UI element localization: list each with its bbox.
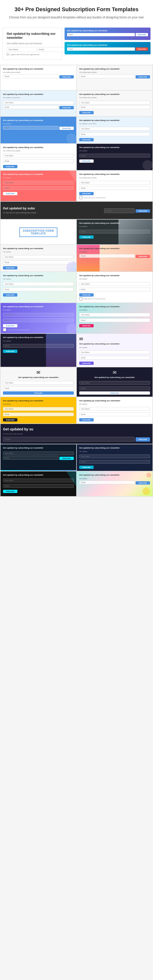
tc25-name[interactable] [79, 407, 150, 411]
tc14-heading: Get updated by subscribing our newslette… [3, 247, 74, 250]
tc7-name[interactable] [3, 154, 74, 158]
tc24-email[interactable] [3, 412, 74, 416]
tc3-email[interactable] [3, 105, 59, 109]
tc16-subscribe-btn[interactable]: Subscribe [3, 293, 18, 296]
tc15-subscribe-btn[interactable]: Subscribe [135, 255, 150, 258]
tc18-email[interactable] [3, 318, 74, 322]
tc26-subscribe-btn[interactable]: Subscribe [135, 438, 150, 442]
tc5-subscribe-btn[interactable]: Subscribe [59, 127, 74, 130]
tc3-subscribe-btn[interactable]: Subscribe [59, 106, 74, 109]
tc17-name[interactable] [79, 282, 150, 286]
tc4-subscribe-btn[interactable]: Subscribe [79, 111, 94, 114]
tc6-email[interactable] [79, 132, 150, 136]
tc23-heading: Get updated by subscribing our newslette… [79, 376, 150, 379]
tc29-email[interactable] [3, 484, 74, 488]
tc17-email[interactable] [79, 288, 150, 291]
tc25-subscribe-btn[interactable]: Subscribe [79, 418, 94, 422]
tc18-agree-checkbox[interactable] [3, 328, 6, 331]
mini-email-1[interactable] [67, 33, 135, 36]
tc17-agree-checkbox[interactable] [79, 297, 83, 301]
tc6-name[interactable] [79, 127, 150, 130]
tc27-email[interactable] [3, 456, 59, 460]
tc1-email[interactable] [3, 75, 59, 78]
tc22-heading: Get updated by subscribing our newslette… [3, 376, 74, 379]
tc9-email[interactable] [3, 186, 74, 190]
tc22-name[interactable] [3, 381, 74, 385]
template-card-2: Get updated by subscribing our newslette… [77, 65, 153, 90]
mini-subscribe-btn-2[interactable]: Subscribe [135, 48, 148, 51]
tc20-subscribe-btn[interactable]: Subscribe [3, 350, 18, 353]
tc27-name[interactable] [3, 452, 74, 455]
tc18-name[interactable] [3, 313, 74, 317]
tc16-email[interactable] [3, 288, 74, 291]
tc9-body: Get updates [3, 177, 74, 179]
tc6-subscribe-btn[interactable]: Subscribe [79, 138, 94, 141]
tc10-name[interactable] [79, 181, 150, 185]
tc23-email[interactable] [79, 387, 150, 390]
tc21-subscribe-btn[interactable]: Subscribe [79, 361, 94, 365]
tc10-subscribe-btn[interactable]: Subscribe [79, 192, 94, 195]
tc26-email[interactable] [3, 437, 135, 442]
tc19-email[interactable] [79, 318, 150, 322]
tc14-name[interactable] [3, 255, 74, 259]
tc2-body: Get notified about updates [79, 71, 150, 73]
tc7-email[interactable] [3, 159, 74, 163]
tc5-email[interactable] [3, 126, 59, 130]
tc16-body: Get updates [3, 278, 74, 280]
tc19-subscribe-btn[interactable]: Subscribe [79, 324, 94, 327]
tc20-email[interactable] [3, 344, 74, 348]
tc21-name[interactable] [79, 350, 150, 354]
tc3-name[interactable] [3, 101, 74, 105]
tc28-email[interactable] [79, 460, 150, 464]
tc16-name[interactable] [3, 282, 74, 286]
tc23-subscribe-btn[interactable]: Subscribe [79, 391, 150, 395]
tc10-agree-checkbox[interactable] [79, 196, 83, 199]
tc14-email[interactable] [3, 261, 74, 264]
tc8-email[interactable] [79, 154, 150, 158]
hero-checkbox-row: I agree with terms and agreement [7, 53, 58, 56]
tc22-subscribe-btn[interactable]: Subscribe [3, 391, 74, 395]
tc14-subscribe-btn[interactable]: Subscribe [3, 266, 18, 269]
tc11-email[interactable] [104, 208, 135, 213]
tc4-name[interactable] [79, 101, 150, 105]
tc19-name[interactable] [79, 313, 150, 317]
tc28-name[interactable] [79, 455, 150, 458]
tc28-subscribe-btn[interactable]: Subscribe [79, 466, 94, 469]
tc23-name[interactable] [79, 381, 150, 385]
tc10-email[interactable] [79, 186, 150, 190]
tc9-name[interactable] [3, 181, 74, 185]
mini-email-2[interactable] [67, 48, 135, 51]
tc9-heading: Get updated by subscribing our newslette… [3, 173, 74, 176]
tc21-email[interactable] [79, 356, 150, 360]
tc18-checkbox: I agree with terms and agreement [3, 328, 74, 331]
tc22-email[interactable] [3, 387, 74, 390]
tc30-email[interactable] [79, 480, 135, 484]
tc13-email[interactable] [79, 230, 150, 234]
tc11-subscribe-btn[interactable]: Subscribe [135, 209, 150, 213]
hero-email-input[interactable] [37, 47, 67, 52]
template-card-22: ✉ Get updated by subscribing our newslet… [0, 368, 76, 396]
tc15-body: Get updates [79, 251, 150, 253]
template-card-16: Get updated by subscribing our newslette… [0, 272, 76, 302]
tc7-subscribe-btn[interactable]: Subscribe [3, 165, 18, 168]
tc24-subscribe-btn[interactable]: Subscribe [3, 418, 18, 422]
tc25-email[interactable] [79, 412, 150, 416]
tc13-subscribe-btn[interactable]: Subscribe [79, 235, 94, 239]
tc17-subscribe-btn[interactable]: Subscribe [79, 293, 94, 296]
hero-name-input[interactable] [7, 47, 36, 52]
mini-subscribe-btn-1[interactable]: Subscribe [135, 33, 148, 36]
tc29-subscribe-btn[interactable]: Subscribe [3, 490, 18, 493]
tc8-subscribe-btn[interactable]: Subscribe [79, 159, 94, 163]
tc18-subscribe-btn[interactable]: Subscribe [3, 324, 18, 327]
tc15-email[interactable] [79, 254, 135, 258]
tc24-name[interactable] [3, 407, 74, 411]
tc29-name[interactable] [3, 479, 74, 482]
tc2-email[interactable] [79, 75, 135, 78]
tc27-subscribe-btn[interactable]: Subscribe [59, 457, 74, 460]
tc9-subscribe-btn[interactable]: Subscribe [3, 192, 18, 195]
hero-agree-checkbox[interactable] [7, 53, 9, 56]
tc4-email[interactable] [79, 105, 150, 109]
tc2-subscribe-btn[interactable]: Subscribe [135, 75, 150, 78]
tc1-subscribe-btn[interactable]: Subscribe [59, 75, 74, 78]
tc30-subscribe-btn[interactable]: Subscribe [135, 481, 150, 485]
